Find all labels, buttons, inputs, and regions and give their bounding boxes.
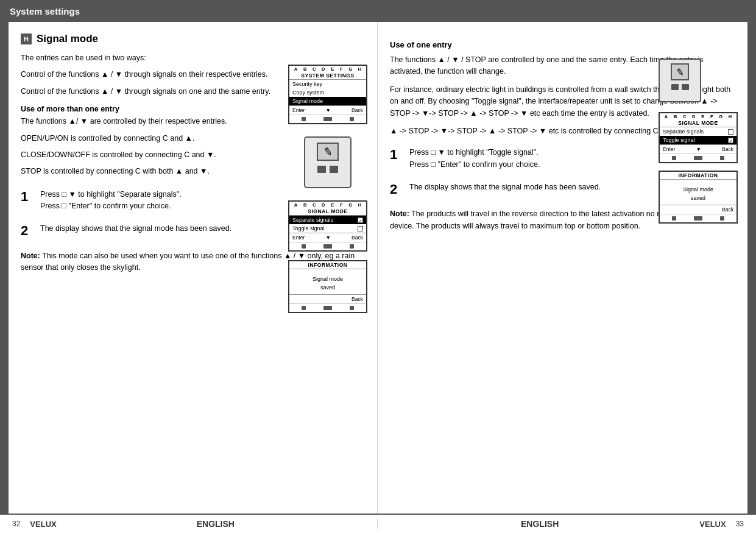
device-buttons xyxy=(671,84,689,90)
use-one-heading: Use of one entry xyxy=(390,40,735,49)
screen3-bottom: Back xyxy=(289,294,366,303)
rdot4 xyxy=(672,216,676,221)
remote-btn-right xyxy=(330,166,338,173)
dot8 xyxy=(323,306,332,310)
intro-text: The entries can be used in two ways: xyxy=(21,52,365,64)
dot9 xyxy=(350,306,354,310)
screen2-enter: Enter xyxy=(292,235,305,241)
screen-right2-text: Signal mode saved xyxy=(660,180,737,205)
screen3-line2: saved xyxy=(292,284,364,292)
header-bar: System settings xyxy=(0,0,756,22)
dot6 xyxy=(350,244,354,249)
remote-device-left: ✎ xyxy=(304,136,352,188)
device-right: ✎ xyxy=(659,58,701,102)
footer-left-brand: VELUX xyxy=(30,520,56,529)
checkbox-separate-right xyxy=(728,129,733,135)
screen-right2-bottom: Back xyxy=(660,205,737,214)
screen1-item2: Copy system xyxy=(289,88,366,97)
screen-right2-back: Back xyxy=(722,206,733,213)
screen2-item2: Toggle signal xyxy=(289,224,366,233)
remote-buttons xyxy=(317,166,338,173)
right-step2-num: 2 xyxy=(390,182,403,197)
device-screen: ✎ xyxy=(671,63,689,80)
footer-right: ENGLISH VELUX 33 xyxy=(378,519,756,529)
left-content: H Signal mode The entries can be used in… xyxy=(9,22,377,514)
section-icon: H xyxy=(21,34,32,44)
right-screens: ✎ ABCDEFGH SIGNAL MODE Separate signals xyxy=(659,58,738,224)
right-content: Use of one entry The functions ▲ / ▼ / S… xyxy=(378,22,747,514)
footer-right-lang: ENGLISH xyxy=(390,519,690,529)
screen2-back: Back xyxy=(352,235,363,241)
checkbox-toggle xyxy=(358,226,363,231)
dot7 xyxy=(302,306,306,310)
screen3-dots xyxy=(289,303,366,312)
section-title-text: Signal mode xyxy=(37,33,98,45)
header-title: System settings xyxy=(10,6,80,16)
left-step2-num: 2 xyxy=(21,223,34,239)
screen-right1-item2: Toggle signal xyxy=(660,136,737,144)
footer-right-page: 33 xyxy=(736,520,744,528)
left-page: H Signal mode The entries can be used in… xyxy=(0,22,378,514)
section-title: H Signal mode xyxy=(21,33,365,45)
screen3-line1: Signal mode xyxy=(292,275,364,284)
footer-left-lang: ENGLISH xyxy=(66,519,365,529)
screen3-label: INFORMATION xyxy=(289,261,366,269)
checkbox-toggle-right xyxy=(728,138,733,143)
footer-left-page: 32 xyxy=(12,520,20,528)
left-note-label: Note: xyxy=(21,252,40,260)
pencil-icon: ✎ xyxy=(322,144,334,159)
right-sidebar xyxy=(747,22,756,514)
screen-right2-dots xyxy=(660,214,737,222)
dot2 xyxy=(323,117,332,121)
screen-right1-dots xyxy=(660,154,737,162)
main-content: H Signal mode The entries can be used in… xyxy=(0,22,756,514)
screen1-label: SYSTEM SETTINGS xyxy=(289,72,366,80)
screen-right1-back: Back xyxy=(722,146,733,152)
screen-right1-label: SIGNAL MODE xyxy=(660,119,737,127)
left-step1-num: 1 xyxy=(21,189,34,205)
screen2-dots xyxy=(289,242,366,250)
screen1-enter: Enter xyxy=(292,107,305,113)
screen1-bottom: Enter ▼ Back xyxy=(289,105,366,115)
right-note-label: Note: xyxy=(390,210,409,218)
rdot5 xyxy=(694,216,702,221)
screen2-item1: Separate signals xyxy=(289,216,366,224)
footer-left: 32 VELUX ENGLISH xyxy=(0,519,378,529)
screen-right1-arrow-down: ▼ xyxy=(696,146,701,152)
screen1-item3: Signal mode xyxy=(289,97,366,105)
screen-right1-bottom: Enter ▼ Back xyxy=(660,144,737,154)
rdot2 xyxy=(694,156,702,160)
device-btn-right xyxy=(682,84,689,90)
right-page: Use of one entry The functions ▲ / ▼ / S… xyxy=(378,22,756,514)
screen2-bottom: Enter ▼ Back xyxy=(289,233,366,242)
remote-btn-left xyxy=(317,166,326,173)
footer-right-brand: VELUX xyxy=(699,520,726,529)
dot5 xyxy=(323,244,332,249)
screen1-dots xyxy=(289,115,366,123)
rdot3 xyxy=(720,156,724,160)
screen-right2-line2: saved xyxy=(662,194,734,203)
screen1-item1: Security key xyxy=(289,80,366,88)
col-headers: ABCDEFGH xyxy=(289,66,366,72)
screen1-arrow-down: ▼ xyxy=(326,107,331,113)
screen-right2-label: INFORMATION xyxy=(660,172,737,180)
col-headers-right1: ABCDEFGH xyxy=(660,113,737,119)
dot3 xyxy=(350,117,354,121)
pencil-icon-right: ✎ xyxy=(675,66,685,79)
screen-right1-enter: Enter xyxy=(663,146,675,152)
left-sidebar xyxy=(0,22,9,514)
screen1-back: Back xyxy=(352,107,363,113)
left-screens: ABCDEFGH SYSTEM SETTINGS Security key Co… xyxy=(288,65,367,313)
rdot1 xyxy=(672,156,676,160)
col-headers-2: ABCDEFGH xyxy=(289,202,366,208)
footer-bar: 32 VELUX ENGLISH ENGLISH VELUX 33 xyxy=(0,514,756,533)
dot4 xyxy=(302,244,306,249)
screen-right2-line1: Signal mode xyxy=(662,186,734,194)
rdot6 xyxy=(720,216,724,221)
device-btn-left xyxy=(671,84,679,90)
screen-signal-mode-left: ABCDEFGH SIGNAL MODE Separate signals To… xyxy=(288,200,367,252)
dot1 xyxy=(302,117,306,121)
screen-system-settings: ABCDEFGH SYSTEM SETTINGS Security key Co… xyxy=(288,65,367,124)
screen-signal-mode-right: ABCDEFGH SIGNAL MODE Separate signals To… xyxy=(659,112,738,163)
screen-info-right: INFORMATION Signal mode saved Back xyxy=(659,171,738,224)
